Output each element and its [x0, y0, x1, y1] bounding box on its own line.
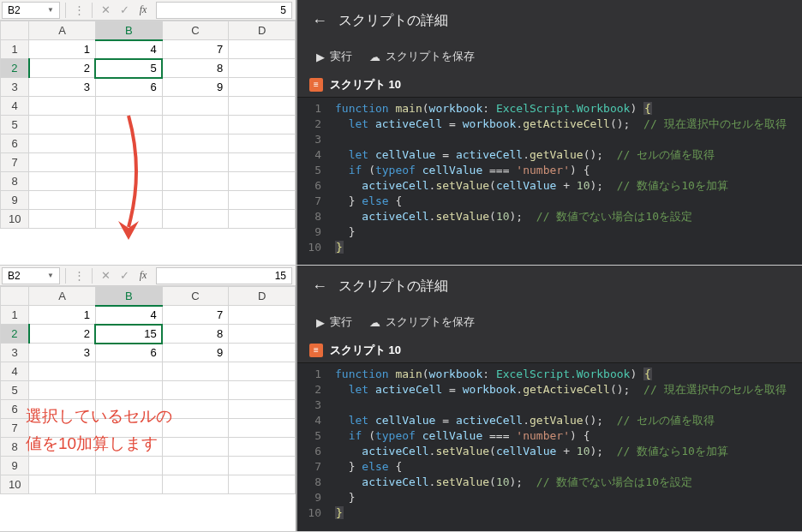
row-header-9[interactable]: 9 [1, 457, 29, 475]
cell-B6[interactable] [95, 134, 162, 153]
save-script-button[interactable]: ☁スクリプトを保存 [362, 45, 482, 68]
cell-A3[interactable]: 3 [29, 344, 96, 362]
cell-A10[interactable] [29, 210, 96, 229]
cell-C4[interactable] [162, 97, 229, 116]
cell-C5[interactable] [162, 116, 229, 134]
cell-D2[interactable] [229, 59, 296, 78]
row-header-10[interactable]: 10 [1, 210, 29, 229]
cell-B7[interactable] [95, 153, 162, 172]
code-editor[interactable]: 12345678910function main(workbook: Excel… [297, 98, 802, 265]
cell-B2[interactable]: 15 [95, 325, 162, 344]
cell-C6[interactable] [162, 134, 229, 153]
row-header-2[interactable]: 2 [1, 59, 29, 78]
cell-A1[interactable]: 1 [29, 40, 96, 59]
name-box[interactable]: B2 ▼ [2, 2, 60, 19]
more-icon[interactable]: ⋮ [69, 266, 88, 285]
row-header-1[interactable]: 1 [1, 40, 29, 59]
row-header-5[interactable]: 5 [1, 116, 29, 134]
cell-D10[interactable] [229, 210, 296, 229]
cell-D9[interactable] [229, 191, 296, 210]
cell-D4[interactable] [229, 97, 296, 116]
cell-C9[interactable] [162, 191, 229, 210]
back-button[interactable]: ← [308, 274, 332, 298]
cell-D2[interactable] [229, 325, 296, 344]
cell-B2[interactable]: 5 [95, 59, 162, 78]
cell-B9[interactable] [95, 191, 162, 210]
col-header-C[interactable]: C [162, 21, 229, 40]
row-header-1[interactable]: 1 [1, 306, 29, 325]
spreadsheet-grid[interactable]: ABCD11472258336945678910 [0, 21, 296, 229]
row-header-8[interactable]: 8 [1, 438, 29, 457]
row-header-7[interactable]: 7 [1, 153, 29, 172]
cell-D5[interactable] [229, 381, 296, 400]
cell-D8[interactable] [229, 438, 296, 457]
cell-D3[interactable] [229, 344, 296, 362]
row-header-4[interactable]: 4 [1, 362, 29, 381]
cell-A8[interactable] [29, 172, 96, 191]
cell-D4[interactable] [229, 362, 296, 381]
select-all-corner[interactable] [1, 287, 29, 306]
cell-C3[interactable]: 9 [162, 344, 229, 362]
enter-icon[interactable]: ✓ [115, 1, 134, 20]
cell-A1[interactable]: 1 [29, 306, 96, 325]
select-all-corner[interactable] [1, 21, 29, 40]
cell-D5[interactable] [229, 116, 296, 134]
cell-A9[interactable] [29, 457, 96, 475]
cell-C7[interactable] [162, 153, 229, 172]
cell-B10[interactable] [95, 210, 162, 229]
cell-D1[interactable] [229, 306, 296, 325]
cell-D7[interactable] [229, 153, 296, 172]
cell-A2[interactable]: 2 [29, 59, 96, 78]
cell-A6[interactable] [29, 400, 96, 419]
cell-A7[interactable] [29, 153, 96, 172]
cell-B1[interactable]: 4 [95, 306, 162, 325]
run-button[interactable]: ▶実行 [309, 45, 359, 68]
cell-B4[interactable] [95, 97, 162, 116]
code-source[interactable]: function main(workbook: ExcelScript.Work… [328, 98, 802, 265]
cell-A5[interactable] [29, 381, 96, 400]
row-header-4[interactable]: 4 [1, 97, 29, 116]
row-header-9[interactable]: 9 [1, 191, 29, 210]
run-button[interactable]: ▶実行 [309, 311, 359, 333]
code-editor[interactable]: 12345678910function main(workbook: Excel… [297, 363, 802, 531]
cell-D3[interactable] [229, 78, 296, 97]
spreadsheet-grid[interactable]: ABCD114722158336945678910 [0, 286, 296, 494]
cell-B6[interactable] [95, 400, 162, 419]
col-header-D[interactable]: D [229, 21, 296, 40]
code-source[interactable]: function main(workbook: ExcelScript.Work… [328, 363, 802, 531]
formula-input[interactable]: 5 [156, 2, 292, 19]
row-header-2[interactable]: 2 [1, 325, 29, 344]
cancel-icon[interactable]: ✕ [96, 266, 115, 285]
cell-A5[interactable] [29, 116, 96, 134]
cell-C1[interactable]: 7 [162, 40, 229, 59]
save-script-button[interactable]: ☁スクリプトを保存 [362, 311, 482, 333]
cell-A2[interactable]: 2 [29, 325, 96, 344]
col-header-A[interactable]: A [29, 21, 96, 40]
fx-icon[interactable]: fx [134, 1, 153, 20]
more-icon[interactable]: ⋮ [69, 1, 88, 20]
cell-A6[interactable] [29, 134, 96, 153]
cell-B3[interactable]: 6 [95, 78, 162, 97]
cell-D9[interactable] [229, 457, 296, 475]
col-header-B[interactable]: B [95, 287, 162, 306]
row-header-3[interactable]: 3 [1, 344, 29, 362]
cell-A8[interactable] [29, 438, 96, 457]
row-header-8[interactable]: 8 [1, 172, 29, 191]
row-header-3[interactable]: 3 [1, 78, 29, 97]
cancel-icon[interactable]: ✕ [96, 1, 115, 20]
cell-C2[interactable]: 8 [162, 59, 229, 78]
cell-B5[interactable] [95, 116, 162, 134]
cell-B3[interactable]: 6 [95, 344, 162, 362]
back-button[interactable]: ← [308, 9, 332, 33]
cell-C10[interactable] [162, 210, 229, 229]
cell-C9[interactable] [162, 457, 229, 475]
cell-B7[interactable] [95, 419, 162, 438]
row-header-6[interactable]: 6 [1, 134, 29, 153]
cell-A4[interactable] [29, 362, 96, 381]
fx-icon[interactable]: fx [134, 266, 153, 285]
cell-B4[interactable] [95, 362, 162, 381]
col-header-A[interactable]: A [29, 287, 96, 306]
row-header-7[interactable]: 7 [1, 419, 29, 438]
cell-C10[interactable] [162, 475, 229, 494]
name-box[interactable]: B2 ▼ [2, 267, 60, 284]
